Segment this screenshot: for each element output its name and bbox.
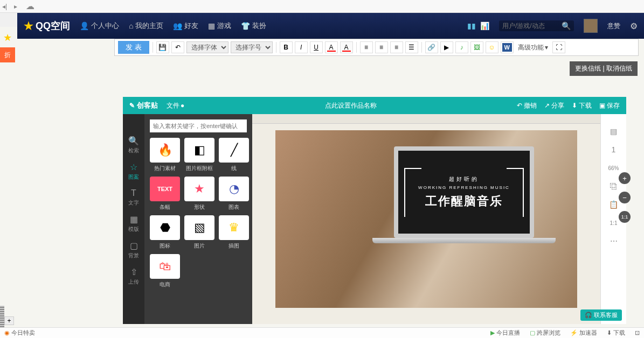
copy-icon[interactable]: ⿻: [607, 180, 620, 193]
ck-logo[interactable]: ✎ 创客贴: [129, 101, 158, 110]
asset-search-input[interactable]: [150, 119, 247, 132]
nav-item[interactable]: 👥好友: [173, 21, 198, 31]
underline-button[interactable]: U: [310, 41, 323, 53]
sidenav-item[interactable]: 🔍检索: [125, 136, 142, 154]
design-subtitle-2: WORKING REFRESHING MUSIC: [418, 185, 510, 190]
font-size-select[interactable]: 选择字号: [231, 41, 273, 53]
accelerator-link[interactable]: ⚡加速器: [570, 329, 597, 337]
zoom-out-button[interactable]: −: [619, 192, 631, 203]
nav-item[interactable]: 👤个人中心: [80, 21, 119, 31]
asset-tile[interactable]: ◔图表: [219, 177, 249, 211]
tile-label: 线: [231, 165, 237, 172]
download-link[interactable]: ⬇下载: [607, 329, 625, 337]
font-family-select[interactable]: 选择字体: [186, 41, 228, 53]
qq-logo[interactable]: ★ QQ空间: [24, 19, 70, 32]
save-button[interactable]: ▣保存: [599, 101, 620, 110]
sidenav-item[interactable]: ▢背景: [125, 241, 142, 259]
list-button[interactable]: ☰: [405, 41, 418, 53]
search-input[interactable]: [502, 22, 562, 30]
canvas-design[interactable]: 超好听的 WORKING REFRESHING MUSIC 工作醒脑音乐: [275, 130, 577, 308]
more-icon[interactable]: ⋯: [607, 235, 620, 248]
avatar[interactable]: [584, 19, 598, 33]
nav-item[interactable]: ⌂我的主页: [129, 21, 163, 31]
back-button[interactable]: ◂|: [2, 3, 10, 10]
today-special-link[interactable]: ◉今日特卖: [4, 329, 35, 337]
tile-icon: ♛: [219, 215, 249, 240]
asset-tile[interactable]: ▧图片: [184, 215, 214, 250]
nav-label: 装扮: [252, 21, 266, 31]
music-icon[interactable]: ♪: [455, 41, 468, 53]
zoom-in-button[interactable]: +: [619, 172, 631, 184]
link-icon[interactable]: 🔗: [425, 41, 438, 53]
fit-icon[interactable]: 1:1: [607, 216, 620, 229]
emoji-icon[interactable]: ☺: [486, 41, 498, 53]
text-color-button[interactable]: A: [325, 41, 338, 53]
nav-item[interactable]: 👕装扮: [241, 21, 266, 31]
asset-tile[interactable]: ◧图片框附框: [184, 138, 214, 172]
sidenav-item[interactable]: ☆图案: [125, 162, 142, 181]
fullscreen-icon[interactable]: ⛶: [552, 41, 565, 53]
nav-icon: 👤: [80, 22, 89, 30]
discount-icon[interactable]: 折: [0, 47, 15, 62]
align-right-button[interactable]: ≡: [390, 41, 403, 53]
add-button[interactable]: +: [4, 316, 14, 325]
live-link[interactable]: ▶今日直播: [490, 329, 520, 337]
align-center-button[interactable]: ≡: [375, 41, 388, 53]
nav-item[interactable]: ▦游戏: [208, 21, 231, 31]
tile-label: 插图: [228, 242, 239, 250]
change-stationery-link[interactable]: 更换信纸: [575, 65, 601, 72]
save-icon[interactable]: 💾: [156, 41, 169, 53]
italic-button[interactable]: I: [295, 41, 308, 53]
asset-tile[interactable]: 🛍电商: [150, 254, 180, 288]
asset-tile[interactable]: TEXT条幅: [150, 177, 180, 211]
tile-label: 形状: [194, 203, 205, 211]
image-icon[interactable]: 🖼: [470, 41, 483, 53]
chart-icon[interactable]: 📊: [480, 22, 489, 30]
align-left-button[interactable]: ≡: [360, 41, 373, 53]
tile-label: 图片框附框: [186, 165, 213, 172]
sidenav-icon: ☆: [130, 162, 137, 172]
sidenav-label: 上传: [128, 278, 139, 286]
sidenav-item[interactable]: ▦模版: [125, 214, 142, 233]
volume-rail[interactable]: [0, 306, 4, 327]
cross-screen-link[interactable]: ▢跨屏浏览: [530, 329, 560, 337]
video-icon[interactable]: ▶: [440, 41, 453, 53]
stationery-bar: 更换信纸 | 取消信纸: [570, 61, 638, 76]
asset-tile[interactable]: ⬣图标: [150, 215, 180, 250]
sidenav-item[interactable]: T文字: [125, 188, 142, 207]
canvas-area[interactable]: 超好听的 WORKING REFRESHING MUSIC 工作醒脑音乐: [252, 114, 600, 324]
publish-button[interactable]: 发 表: [118, 41, 149, 54]
undo-button[interactable]: ↶撤销: [517, 101, 537, 110]
sidenav-label: 背景: [128, 252, 139, 259]
cloud-icon[interactable]: ☁: [26, 1, 34, 11]
tile-label: 条幅: [160, 203, 170, 211]
asset-tile[interactable]: ╱线: [219, 138, 249, 172]
asset-tile[interactable]: ★形状: [184, 177, 214, 211]
file-menu[interactable]: 文件●: [167, 101, 184, 110]
bg-color-button[interactable]: A: [340, 41, 353, 53]
forward-button[interactable]: ▸: [14, 3, 22, 10]
asset-tile[interactable]: 🔥热门素材: [150, 138, 180, 172]
advanced-button[interactable]: 高级功能 ▾: [516, 43, 550, 52]
layers-icon[interactable]: ▤: [607, 125, 620, 138]
expand-icon[interactable]: ⊡: [635, 329, 640, 336]
cancel-stationery-link[interactable]: 取消信纸: [606, 65, 632, 72]
favorites-star-icon[interactable]: ★: [0, 30, 15, 45]
sidenav-label: 检索: [128, 147, 139, 154]
word-icon[interactable]: W: [501, 41, 514, 53]
fit-button[interactable]: 1:1: [619, 211, 631, 223]
search-icon[interactable]: 🔍: [562, 22, 571, 30]
work-title[interactable]: 点此设置作品名称: [193, 101, 508, 110]
settings-icon[interactable]: ⚙: [630, 21, 638, 31]
pause-icon[interactable]: ▮▮: [467, 22, 476, 30]
share-button[interactable]: ↗分享: [544, 101, 564, 110]
contact-support-button[interactable]: 🎧 联系客服: [580, 309, 622, 321]
asset-tile[interactable]: ♛插图: [219, 215, 249, 250]
paste-icon[interactable]: 📋: [607, 198, 620, 211]
sidenav-item[interactable]: ⇧上传: [125, 267, 142, 286]
nav-label: 个人中心: [91, 21, 119, 31]
search-box[interactable]: 🔍: [499, 20, 574, 31]
bold-button[interactable]: B: [280, 41, 293, 53]
undo-icon[interactable]: ↶: [171, 41, 184, 53]
download-button[interactable]: ⬇下载: [572, 101, 592, 110]
